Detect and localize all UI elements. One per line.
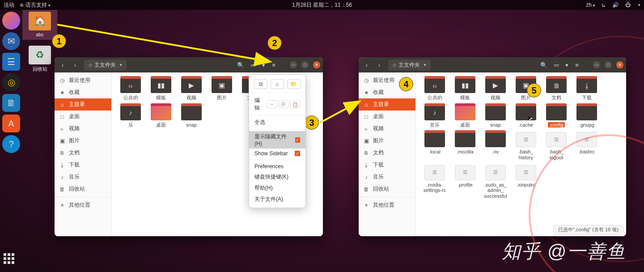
sidebar-item[interactable]: ⭳下载: [359, 159, 415, 171]
hamburger-menu-button[interactable]: ≡: [572, 60, 582, 70]
sidebar-item[interactable]: ♪音乐: [55, 171, 111, 183]
file-item[interactable]: .bash_ history: [511, 132, 541, 160]
view-menu-caret[interactable]: ▾: [260, 60, 267, 70]
volume-icon[interactable]: 🔊: [612, 2, 619, 8]
sidebar-item[interactable]: □桌面: [359, 110, 415, 123]
input-method-indicator[interactable]: zh▾: [586, 2, 595, 8]
sidebar-item[interactable]: +其他位置: [55, 199, 111, 211]
preferences-item[interactable]: Preferences: [249, 162, 305, 171]
file-item[interactable]: .nvidia- settings-rc: [419, 165, 450, 199]
view-list-button[interactable]: ≔: [551, 60, 562, 70]
file-item[interactable]: .sudo_as_ admin_ successful: [480, 165, 511, 199]
file-item[interactable]: .bashrc: [572, 132, 602, 160]
software-store-icon[interactable]: A: [2, 115, 20, 132]
file-item[interactable]: .mozilla: [450, 132, 480, 160]
sidebar-item[interactable]: ◷最近使用: [55, 74, 111, 86]
rhythmbox-icon[interactable]: ◎: [2, 73, 20, 91]
apps-grid-button[interactable]: [4, 253, 17, 267]
file-item[interactable]: ‹›公共的: [419, 78, 450, 101]
about-files-item[interactable]: 关于文件(A): [249, 194, 305, 205]
sidebar-item[interactable]: 🗑回收站: [55, 183, 111, 195]
app-menu[interactable]: ⊕ 语言支持▾: [20, 1, 51, 9]
path-bar[interactable]: ⌂ 主文件夹 ▾: [388, 60, 431, 70]
file-item[interactable]: ▣图片: [207, 78, 237, 101]
file-list[interactable]: ‹›公共的▮▮模板▶视频▣图片🗎文档⭳下载♪乐桌面snap ⧉ ⌂ 📁 编辑 ✂…: [112, 72, 323, 236]
window-minimize-button[interactable]: —: [290, 61, 297, 68]
thunderbird-icon[interactable]: ✉: [2, 32, 20, 50]
copy-button[interactable]: 🗐: [279, 100, 288, 108]
sidebar-item[interactable]: ★收藏: [55, 86, 111, 98]
file-item[interactable]: .xinputrc: [511, 165, 541, 199]
file-item[interactable]: ▮▮模板: [450, 78, 480, 101]
window-maximize-button[interactable]: □: [605, 61, 612, 68]
file-item[interactable]: .config: [541, 105, 572, 128]
sidebar-item[interactable]: 🗎文档: [359, 147, 415, 159]
sidebar-item[interactable]: 🗑回收站: [359, 183, 415, 195]
help-icon[interactable]: ?: [2, 135, 20, 153]
new-folder-button[interactable]: 📁: [287, 79, 301, 89]
file-item[interactable]: snap: [480, 105, 511, 128]
view-menu-caret[interactable]: ▾: [564, 60, 570, 70]
search-button[interactable]: 🔍: [235, 60, 246, 70]
file-item[interactable]: ▶视频: [480, 78, 511, 101]
sidebar-item[interactable]: ⭳下载: [55, 159, 111, 171]
file-item[interactable]: ⭳下载: [572, 78, 602, 101]
file-item[interactable]: .nv: [480, 132, 511, 160]
hamburger-menu-button[interactable]: ≡: [268, 60, 279, 70]
file-item[interactable]: 桌面: [146, 105, 176, 128]
sidebar-item[interactable]: ⌂主目录: [359, 98, 415, 110]
file-item[interactable]: 🗎文档: [541, 78, 572, 101]
window-minimize-button[interactable]: —: [593, 61, 600, 68]
nav-back-button[interactable]: ‹: [361, 60, 372, 70]
nav-back-button[interactable]: ‹: [57, 60, 68, 70]
sidebar-item[interactable]: ▣图片: [55, 135, 111, 147]
window-close-button[interactable]: ✕: [313, 61, 320, 68]
file-item[interactable]: .bash_ logout: [541, 132, 572, 160]
sidebar-item[interactable]: ▣图片: [359, 135, 415, 147]
power-icon[interactable]: ⏻: [625, 2, 631, 8]
file-item[interactable]: .profile: [450, 165, 480, 199]
sidebar-item[interactable]: ⌂主目录: [55, 98, 111, 110]
file-item[interactable]: ▮▮模板: [146, 78, 176, 101]
file-item[interactable]: snap: [176, 105, 207, 128]
search-button[interactable]: 🔍: [538, 60, 549, 70]
path-bar[interactable]: ⌂ 主文件夹 ▾: [84, 60, 127, 70]
select-all-item[interactable]: 全选: [249, 117, 305, 128]
window-close-button[interactable]: ✕: [616, 61, 623, 68]
sidebar-item[interactable]: +其他位置: [359, 199, 415, 211]
sidebar-item[interactable]: 🗎文档: [55, 147, 111, 159]
nav-forward-button[interactable]: ›: [374, 60, 385, 70]
writer-icon[interactable]: 🗎: [2, 94, 20, 112]
file-item[interactable]: .gnupg: [572, 105, 602, 128]
file-item[interactable]: .local: [419, 132, 450, 160]
sidebar-item[interactable]: ▹视频: [55, 123, 111, 135]
window-maximize-button[interactable]: □: [301, 61, 309, 68]
desktop-trash[interactable]: ♻ 回收站: [22, 46, 57, 72]
file-item[interactable]: ♪乐: [115, 105, 146, 128]
file-item[interactable]: ▶视频: [176, 78, 207, 101]
file-item[interactable]: 桌面: [450, 105, 480, 128]
todo-icon[interactable]: ☰: [2, 53, 20, 71]
file-item[interactable]: ‹›公共的: [115, 78, 146, 101]
new-window-button[interactable]: ⌂: [271, 79, 284, 89]
sidebar-item[interactable]: ▹视频: [359, 123, 415, 135]
file-item[interactable]: ♪音乐: [419, 105, 450, 128]
paste-button[interactable]: 📋: [290, 100, 300, 108]
sidebar-item[interactable]: ♪音乐: [359, 171, 415, 183]
file-item[interactable]: .cache: [511, 105, 541, 128]
new-tab-button[interactable]: ⧉: [254, 79, 267, 89]
show-hidden-files-item[interactable]: 显示隐藏文件(H)✓: [249, 131, 305, 149]
desktop-folder-abc[interactable]: 🏠 abc: [22, 10, 57, 40]
sidebar-item[interactable]: □桌面: [55, 110, 111, 123]
firefox-icon[interactable]: [2, 12, 20, 30]
activities-button[interactable]: 活动: [4, 1, 14, 9]
nav-forward-button[interactable]: ›: [70, 60, 80, 70]
help-item[interactable]: 帮助(H): [249, 183, 305, 194]
file-list[interactable]: ‹›公共的▮▮模板▶视频▣图片🗎文档⭳下载♪音乐桌面snap.cache.con…: [416, 72, 626, 236]
keyboard-shortcuts-item[interactable]: 键盘快捷键(K): [249, 171, 305, 183]
view-list-button[interactable]: ≔: [248, 60, 258, 70]
show-sidebar-item[interactable]: Show Sidebar✓: [249, 149, 305, 158]
system-menu-caret[interactable]: ▾: [638, 3, 640, 7]
cut-button[interactable]: ✂: [267, 100, 277, 108]
clock[interactable]: 1月28日 星期二，11：56: [292, 1, 352, 9]
